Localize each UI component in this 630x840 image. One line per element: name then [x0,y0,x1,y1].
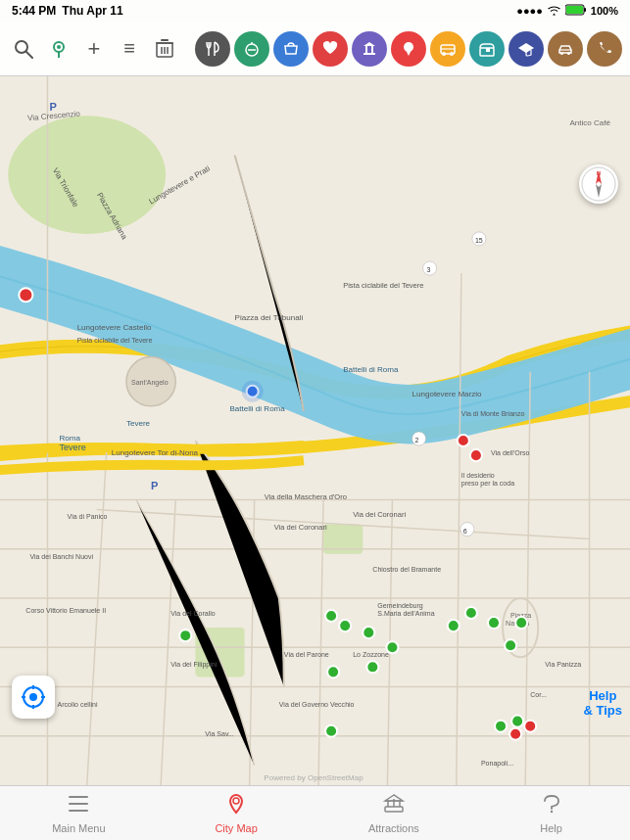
status-time: 5:44 PM [12,4,56,18]
svg-text:Corso Vittorio Emanuele II: Corso Vittorio Emanuele II [25,607,106,614]
svg-point-123 [448,620,460,631]
svg-point-126 [505,639,516,651]
svg-point-131 [242,381,264,402]
svg-text:preso per la coda: preso per la coda [461,480,514,488]
svg-point-129 [511,716,523,727]
car-rental-category-icon[interactable] [548,31,583,67]
svg-text:Tevere: Tevere [60,443,86,452]
svg-text:Via Panizza: Via Panizza [545,661,581,668]
svg-text:Via del Corallo: Via del Corallo [170,610,216,617]
svg-text:Via della Maschera d'Oro: Via della Maschera d'Oro [265,492,347,501]
svg-text:Antico Café: Antico Café [569,118,610,127]
menu-button[interactable]: ≡ [114,33,145,65]
svg-rect-2 [566,6,583,14]
svg-line-4 [26,52,32,58]
svg-text:Il desiderio: Il desiderio [461,472,495,479]
svg-text:Chiostro del Bramante: Chiostro del Bramante [372,566,441,573]
help-label: Help [540,822,562,834]
svg-point-34 [567,52,570,55]
battery-label: 100% [591,5,618,17]
svg-text:Via dei Banchi Nuovi: Via dei Banchi Nuovi [29,553,93,560]
main-menu-label: Main Menu [52,822,105,834]
svg-rect-144 [69,803,88,805]
tab-attractions[interactable]: Attractions [315,786,473,840]
svg-point-28 [450,52,454,56]
tab-help[interactable]: Help [472,786,630,840]
svg-text:Via di Panico: Via di Panico [68,514,108,521]
svg-point-124 [465,607,477,619]
svg-rect-143 [69,796,88,798]
delete-button[interactable] [149,33,180,65]
svg-text:Sant'Angelo: Sant'Angelo [131,379,169,387]
svg-rect-22 [371,46,373,53]
svg-rect-145 [69,810,88,812]
svg-point-116 [325,610,337,622]
search-button[interactable] [8,33,39,65]
svg-point-127 [515,617,527,629]
svg-text:P: P [151,480,158,491]
svg-rect-1 [584,8,586,12]
map-area[interactable]: Piazza Navona Sant'Angelo Via Crescenzio… [0,76,630,785]
svg-text:6: 6 [463,528,467,535]
icecream-category-icon[interactable] [391,31,426,67]
hotel-category-icon[interactable] [469,31,505,67]
location-pin-button[interactable] [43,33,74,65]
svg-text:Via del Parone: Via del Parone [284,651,329,658]
svg-point-146 [233,798,239,804]
svg-point-125 [488,617,500,629]
svg-point-33 [560,52,563,55]
svg-text:2: 2 [415,437,419,443]
restaurant-category-icon[interactable] [234,31,269,67]
status-bar: 5:44 PM Thu Apr 11 ●●●● 100% [0,0,630,22]
compass[interactable]: N [579,164,618,204]
toolbar: + ≡ [0,22,630,76]
help-tips-button[interactable]: Help& Tips [584,688,623,719]
svg-rect-20 [363,53,375,55]
svg-text:3: 3 [427,266,431,273]
main-menu-icon [68,793,89,819]
phone-category-icon[interactable] [587,31,622,67]
svg-marker-23 [363,42,375,46]
svg-text:Cor...: Cor... [530,691,547,698]
transport-category-icon[interactable] [430,31,465,67]
food-category-icon[interactable] [195,31,230,67]
svg-point-37 [8,116,166,234]
svg-text:Lungotevere Castello: Lungotevere Castello [77,323,152,332]
svg-point-3 [16,41,27,53]
shopping-category-icon[interactable] [273,31,309,67]
svg-point-153 [550,810,552,812]
category-icons [184,31,622,67]
svg-text:Piazza dei Tribunali: Piazza dei Tribunali [235,313,304,322]
activity-category-icon[interactable] [313,31,348,67]
svg-point-118 [327,666,339,677]
monument-category-icon[interactable] [352,31,387,67]
tab-main-menu[interactable]: Main Menu [0,786,158,840]
svg-point-121 [386,641,398,653]
svg-point-114 [524,721,536,732]
status-day: Thu Apr 11 [62,4,122,18]
location-button[interactable] [12,676,55,719]
svg-text:Via dei Coronari: Via dei Coronari [353,510,406,519]
education-category-icon[interactable] [509,31,544,67]
svg-text:Via dei Filippini: Via dei Filippini [170,661,217,669]
svg-point-27 [442,52,446,56]
attractions-label: Attractions [368,822,419,834]
svg-text:Pista ciclabile del Tevere: Pista ciclabile del Tevere [343,281,423,290]
tab-bar: Main Menu City Map Attractions [0,785,630,840]
svg-text:S.Maria dell'Anima: S.Maria dell'Anima [377,610,434,617]
wifi-icon [547,5,561,18]
svg-text:Powered by OpenStreetMap: Powered by OpenStreetMap [264,773,363,782]
svg-marker-25 [406,50,412,56]
add-button[interactable]: + [78,33,110,65]
svg-text:Gemeindeburg: Gemeindeburg [377,602,423,610]
svg-point-117 [339,620,351,631]
svg-point-110 [19,288,32,302]
help-icon [541,793,562,819]
svg-text:Lo Zozzone: Lo Zozzone [353,651,389,658]
svg-text:Via del Governo Vecchio: Via del Governo Vecchio [279,701,355,708]
tab-city-map[interactable]: City Map [158,786,315,840]
battery-icon [565,4,587,18]
svg-text:15: 15 [475,237,483,244]
attractions-icon [383,793,405,819]
svg-point-120 [366,661,378,673]
